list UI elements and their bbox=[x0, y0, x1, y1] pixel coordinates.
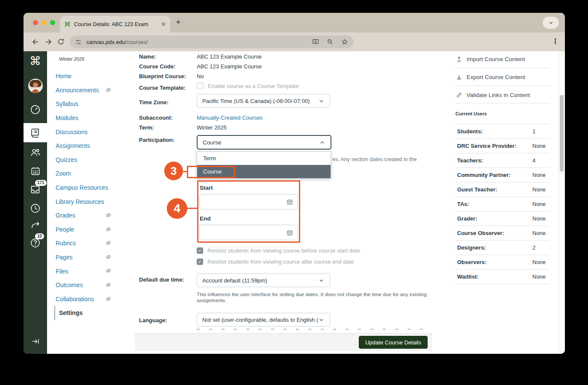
close-window-button[interactable] bbox=[33, 20, 38, 25]
language-label: Language: bbox=[139, 317, 167, 323]
clipped-text-strip bbox=[197, 329, 431, 330]
back-button[interactable] bbox=[31, 38, 40, 46]
inbox-icon[interactable]: 171 bbox=[24, 184, 47, 195]
course-code-value: ABC 123 Example Course bbox=[197, 63, 262, 70]
export-course-content-link[interactable]: Export Course Content bbox=[455, 73, 525, 81]
calendar-icon[interactable] bbox=[24, 165, 47, 176]
user-row-grader: Grader:None bbox=[455, 212, 550, 226]
browser-tabstrip: ⌘ Course Details: ABC 123 Exam + bbox=[24, 13, 565, 32]
download-icon bbox=[455, 73, 463, 81]
subaccount-label: Subaccount: bbox=[139, 115, 173, 121]
course-nav-quizzes[interactable]: Quizzes bbox=[47, 153, 135, 167]
term-value: Winter 2025 bbox=[197, 124, 227, 131]
course-nav-files[interactable]: Files bbox=[47, 264, 135, 278]
course-nav-discussions[interactable]: Discussions bbox=[47, 125, 135, 139]
hidden-eye-icon bbox=[105, 282, 112, 288]
import-course-content-link[interactable]: Import Course Content bbox=[455, 56, 525, 63]
site-settings-icon[interactable] bbox=[75, 38, 82, 46]
hidden-eye-icon bbox=[105, 296, 112, 302]
course-nav-grades[interactable]: Grades bbox=[47, 209, 135, 223]
annotation-step4: 4 bbox=[167, 198, 187, 219]
annotation-step3: 3 bbox=[164, 162, 183, 180]
close-tab-icon[interactable] bbox=[161, 22, 166, 26]
current-users-list: Students:1 DRC Service Provider:None Tea… bbox=[455, 124, 550, 284]
browser-toolbar: canvas.pdx.edu/courses/ ⋮ bbox=[24, 32, 565, 51]
course-nav-home[interactable]: Home bbox=[47, 69, 135, 83]
restrict-after-checkbox bbox=[197, 259, 203, 265]
term-label: Term: bbox=[139, 124, 154, 131]
canvas-global-nav: ⌘ 171 bbox=[24, 51, 47, 354]
update-course-details-button[interactable]: Update Course Details bbox=[359, 336, 428, 349]
hidden-eye-icon bbox=[105, 240, 112, 246]
course-nav-campus-resources[interactable]: Campus Resources bbox=[47, 181, 135, 195]
form-footer: Update Course Details bbox=[135, 333, 432, 351]
browser-menu-icon[interactable]: ⋮ bbox=[552, 37, 559, 46]
course-nav-outcomes[interactable]: Outcomes bbox=[47, 278, 135, 292]
course-nav-rubrics[interactable]: Rubrics bbox=[47, 236, 135, 250]
history-icon[interactable] bbox=[24, 203, 47, 214]
new-tab-button[interactable]: + bbox=[176, 18, 181, 27]
account-avatar[interactable] bbox=[24, 79, 47, 93]
courses-icon-active[interactable] bbox=[24, 123, 47, 142]
course-nav-people[interactable]: People bbox=[47, 223, 135, 237]
course-nav: Winter 2025 Home Announcements Syllabus … bbox=[47, 51, 135, 354]
help-icon[interactable]: 10 bbox=[24, 237, 47, 249]
browser-tab[interactable]: ⌘ Course Details: ABC 123 Exam bbox=[60, 16, 170, 32]
timezone-select[interactable]: Pacific Time (US & Canada) (-08:00/-07:0… bbox=[197, 94, 330, 108]
reload-button[interactable] bbox=[57, 38, 65, 46]
url-host: canvas.pdx.edu bbox=[86, 39, 125, 45]
dashboard-icon[interactable] bbox=[24, 104, 47, 115]
course-nav-library-resources[interactable]: Library Resources bbox=[47, 194, 135, 209]
language-select[interactable]: Not set (user-configurable, defaults to … bbox=[197, 313, 330, 326]
participation-combobox[interactable]: Course bbox=[197, 135, 331, 150]
expand-nav-icon[interactable] bbox=[24, 337, 47, 346]
course-nav-modules[interactable]: Modules bbox=[47, 111, 135, 125]
name-label: Name: bbox=[139, 53, 156, 60]
scrollbar-thumb[interactable] bbox=[560, 95, 564, 172]
tab-search-button[interactable] bbox=[543, 17, 559, 29]
install-app-icon[interactable] bbox=[312, 38, 319, 46]
bookmark-star-icon[interactable] bbox=[341, 38, 349, 46]
default-due-time-help: This influences the user interface for s… bbox=[197, 291, 433, 303]
course-nav-syllabus[interactable]: Syllabus bbox=[47, 97, 135, 111]
zoom-out-icon[interactable] bbox=[326, 38, 334, 46]
annotation-rect-step4 bbox=[197, 180, 300, 243]
course-nav-zoom[interactable]: Zoom bbox=[47, 167, 135, 181]
minimize-window-button[interactable] bbox=[41, 20, 47, 25]
chevron-up-icon bbox=[319, 139, 325, 146]
hidden-eye-icon bbox=[105, 212, 112, 218]
course-nav-assignments[interactable]: Assignments bbox=[47, 139, 135, 153]
help-badge: 10 bbox=[35, 233, 44, 239]
hidden-eye-icon bbox=[105, 226, 112, 232]
canvas-favicon-icon: ⌘ bbox=[64, 21, 71, 27]
default-due-time-select[interactable]: Account default (11:59pm) bbox=[197, 273, 330, 287]
annotation-rect-step3 bbox=[187, 166, 235, 178]
forward-button[interactable] bbox=[44, 38, 53, 46]
course-term-label: Winter 2025 bbox=[59, 56, 84, 62]
user-row-students: Students:1 bbox=[455, 124, 550, 139]
upload-icon bbox=[455, 56, 463, 63]
course-nav-settings[interactable]: Settings bbox=[54, 306, 135, 320]
user-row-designers: Designers:2 bbox=[455, 241, 550, 255]
scrollbar-track[interactable] bbox=[558, 51, 565, 354]
participation-help-fragment: es. Any section dates created in the bbox=[332, 156, 417, 162]
validate-links-link[interactable]: Validate Links in Content bbox=[455, 91, 530, 99]
course-template-checkbox-label: Enable course as a Course Template bbox=[208, 83, 299, 89]
psu-logo-icon[interactable]: ⌘ bbox=[24, 56, 47, 67]
commons-icon[interactable] bbox=[24, 220, 47, 231]
browser-window: ⌘ Course Details: ABC 123 Exam + bbox=[24, 13, 565, 354]
participation-option-term[interactable]: Term bbox=[197, 152, 331, 165]
course-nav-collaborations[interactable]: Collaborations bbox=[47, 292, 135, 306]
address-bar[interactable]: canvas.pdx.edu/courses/ bbox=[70, 35, 354, 48]
course-nav-announcements[interactable]: Announcements bbox=[47, 83, 135, 97]
subaccount-link[interactable]: Manually-Created Courses bbox=[197, 115, 263, 121]
user-row-waitlist: Waitlist:None bbox=[455, 270, 550, 284]
course-nav-pages[interactable]: Pages bbox=[47, 250, 135, 265]
hidden-eye-icon bbox=[105, 87, 112, 93]
chevron-down-icon bbox=[318, 317, 325, 323]
fullscreen-window-button[interactable] bbox=[50, 20, 55, 25]
participation-label: Participation: bbox=[139, 137, 174, 143]
timezone-label: Time Zone: bbox=[139, 99, 168, 106]
groups-icon[interactable] bbox=[24, 147, 47, 158]
restrict-before-row: Restrict students from viewing course be… bbox=[197, 247, 360, 254]
